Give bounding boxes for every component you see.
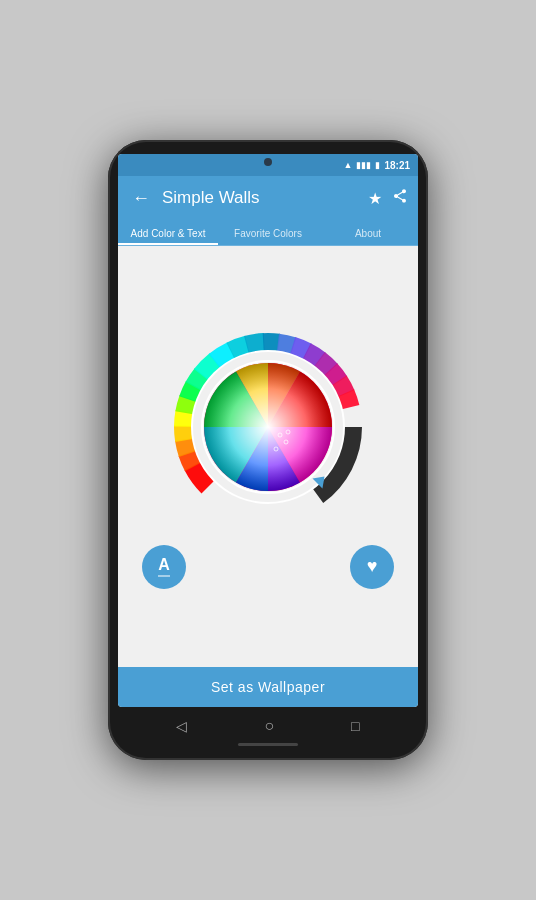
back-nav-button[interactable]: ◁ [176,718,187,734]
tab-favorite-colors[interactable]: Favorite Colors [218,220,318,245]
tab-add-color[interactable]: Add Color & Text [118,220,218,245]
phone-device: ▲ ▮▮▮ ▮ 18:21 ← Simple Walls ★ Add Color… [108,140,428,760]
content-area: A ♥ [118,246,418,667]
share-button[interactable] [392,188,408,208]
tab-bar: Add Color & Text Favorite Colors About [118,220,418,246]
recent-nav-button[interactable]: □ [351,718,359,734]
star-button[interactable]: ★ [368,189,382,208]
home-indicator [238,743,298,746]
phone-camera [264,158,272,166]
signal-icon: ▮▮▮ [356,160,371,170]
back-button[interactable]: ← [128,184,154,213]
color-wheel[interactable] [168,327,368,527]
phone-screen: ▲ ▮▮▮ ▮ 18:21 ← Simple Walls ★ Add Color… [118,154,418,707]
app-bar: ← Simple Walls ★ [118,176,418,220]
battery-icon: ▮ [375,160,380,170]
home-nav-button[interactable]: ○ [264,717,274,735]
nav-bar: ◁ ○ □ [118,707,418,739]
text-button[interactable]: A [142,545,186,589]
bottom-actions: A ♥ [128,537,408,597]
app-bar-actions: ★ [368,188,408,208]
favorite-button[interactable]: ♥ [350,545,394,589]
svg-point-26 [204,363,332,491]
wifi-icon: ▲ [344,160,353,170]
tab-about[interactable]: About [318,220,418,245]
status-time: 18:21 [384,160,410,171]
app-title: Simple Walls [162,188,360,208]
set-wallpaper-button[interactable]: Set as Wallpaper [118,667,418,707]
